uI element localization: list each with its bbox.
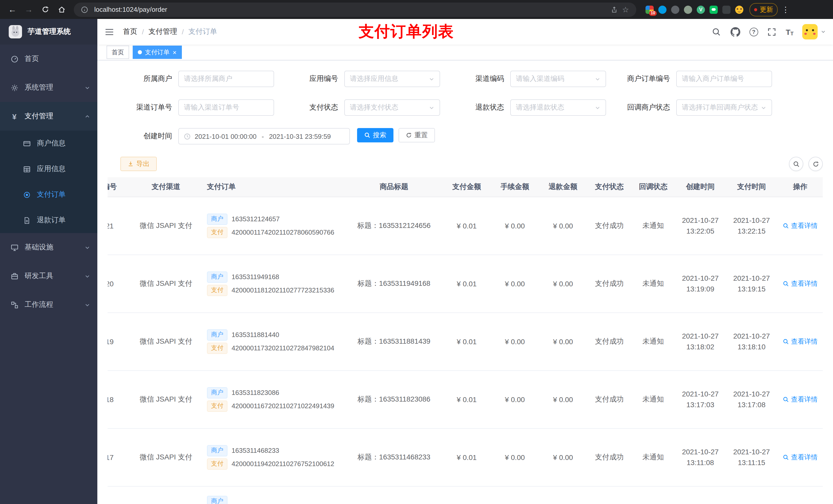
create-time-cell: 2021-10-27 13:18:02 — [675, 312, 726, 370]
extension-icon-vue[interactable] — [697, 5, 705, 14]
url-bar[interactable]: localhost:1024/pay/order ☆ — [74, 2, 636, 17]
pay-amount: ¥ 0.01 — [443, 312, 491, 370]
actions-cell: 查看详情 — [777, 428, 823, 486]
fullscreen-icon[interactable] — [767, 27, 777, 37]
table-row: 19 微信 JSAPI 支付 商户 1635311881440 支付 — [108, 312, 823, 370]
filter-pay-status-select[interactable]: 请选择支付状态 — [344, 99, 440, 116]
order-id: 20 — [108, 255, 130, 312]
filter-refund-status-select[interactable]: 请选择退款状态 — [510, 99, 606, 116]
extension-icon-colorful[interactable]: 10 — [645, 5, 654, 14]
export-button[interactable]: 导出 — [120, 157, 157, 171]
extension-icon-gray[interactable] — [671, 5, 679, 14]
share-icon[interactable] — [609, 4, 620, 15]
column-header: 操作 — [777, 177, 823, 197]
extensions-row: 10 — [645, 5, 743, 14]
extension-icon-chat[interactable] — [710, 5, 718, 14]
forward-icon[interactable]: → — [22, 2, 36, 17]
tab-pay-order[interactable]: 支付订单 × — [133, 46, 182, 59]
channel-pay-no: 4200001174202110278060590766 — [232, 229, 334, 236]
clock-icon — [184, 133, 191, 140]
view-detail-link[interactable]: 查看详情 — [783, 337, 818, 346]
filter-callback-status-select[interactable]: 请选择订单回调商户状态 — [676, 99, 772, 116]
merchant-order-no: 1635311823086 — [232, 389, 279, 397]
help-icon[interactable]: ? — [749, 27, 758, 36]
filter-merchant-order-no-input[interactable]: 请输入商户订单编号 — [676, 71, 772, 87]
home-icon[interactable] — [54, 2, 69, 17]
app-logo[interactable]: 芋道管理系统 — [0, 19, 97, 45]
sidebar-item-dev-tools[interactable]: 研发工具 — [0, 262, 97, 290]
search-icon — [783, 338, 789, 344]
reload-icon[interactable] — [38, 2, 52, 17]
sidebar-item-app-info[interactable]: 应用信息 — [0, 156, 97, 182]
hamburger-icon[interactable] — [105, 28, 114, 35]
pay-channel: 微信 JSAPI 支付 — [130, 428, 202, 486]
search-icon — [783, 222, 789, 229]
tab-home[interactable]: 首页 — [106, 46, 129, 59]
merchant-tag: 商户 — [207, 329, 228, 340]
filter-app-select[interactable]: 请选择应用信息 — [344, 71, 440, 87]
search-icon[interactable] — [711, 27, 721, 37]
channel-pay-no: 4200001173202110272847982104 — [232, 344, 334, 352]
view-detail-link[interactable]: 查看详情 — [783, 221, 818, 230]
view-detail-link[interactable]: 查看详情 — [783, 394, 818, 404]
fee-amount: ¥ 0.00 — [491, 370, 539, 428]
fee-amount: ¥ 0.00 — [491, 312, 539, 370]
filter-channel-order-no-input[interactable]: 请输入渠道订单号 — [178, 99, 274, 116]
search-button[interactable]: 搜索 — [357, 128, 394, 142]
refresh-table-button[interactable] — [808, 157, 823, 171]
filter-channel-code-select[interactable]: 请输入渠道编码 — [510, 71, 606, 87]
breadcrumb-payment[interactable]: 支付管理 — [148, 27, 177, 37]
site-info-icon[interactable] — [79, 4, 90, 15]
sidebar-item-refund-order[interactable]: 退款订单 — [0, 208, 97, 233]
notify-status: 未通知 — [632, 197, 675, 255]
sidebar-item-home[interactable]: 首页 — [0, 45, 97, 73]
sidebar-item-system[interactable]: 系统管理 — [0, 73, 97, 102]
pay-amount: ¥ 0.01 — [443, 428, 491, 486]
browser-menu-icon[interactable]: ⋮ — [780, 5, 791, 14]
sidebar-item-pay-order[interactable]: 支付订单 — [0, 182, 97, 208]
search-icon — [783, 454, 789, 460]
view-detail-link[interactable]: 查看详情 — [783, 453, 818, 462]
pay-amount: ¥ 0.01 — [443, 197, 491, 255]
column-header: 退款金额 — [539, 177, 587, 197]
channel-pay-no: 4200001167202110271022491439 — [232, 402, 334, 410]
table-row: 18 微信 JSAPI 支付 商户 1635311823086 支付 — [108, 370, 823, 428]
actions-cell: 查看详情 — [777, 370, 823, 428]
close-icon[interactable]: × — [173, 49, 176, 55]
view-detail-link[interactable]: 查看详情 — [783, 279, 818, 288]
notify-status: 未通知 — [632, 370, 675, 428]
reset-button[interactable]: 重置 — [399, 128, 435, 142]
table-row: 17 微信 JSAPI 支付 商户 1635311468233 支付 — [108, 428, 823, 486]
refund-amount: ¥ 0.00 — [539, 255, 587, 312]
toggle-search-button[interactable] — [789, 157, 803, 171]
table-toolbar: 导出 — [120, 157, 823, 171]
orders-table: 编号支付渠道支付订单商品标题支付金额手续金额退款金额支付状态回调状态创建时间支付… — [108, 177, 823, 504]
extension-icon-sage[interactable] — [684, 5, 692, 14]
sidebar-item-infra[interactable]: 基础设施 — [0, 233, 97, 262]
sidebar-item-merchant-info[interactable]: 商户信息 — [0, 130, 97, 156]
column-header: 支付订单 — [202, 177, 345, 197]
pay-channel: 微信 JSAPI 支付 — [130, 197, 202, 255]
sidebar-item-payment[interactable]: ¥ 支付管理 — [0, 102, 97, 130]
back-icon[interactable]: ← — [5, 2, 20, 17]
extension-icon-drop[interactable] — [658, 5, 667, 14]
table-body: 21 微信 JSAPI 支付 商户 1635312124657 支付 — [108, 197, 823, 486]
filter-merchant-input[interactable]: 请选择所属商户 — [178, 71, 274, 87]
filter-create-time-range[interactable]: 2021-10-01 00:00:00 - 2021-10-31 23:59:5… — [178, 128, 350, 144]
sidebar-item-workflow[interactable]: 工作流程 — [0, 290, 97, 319]
order-id: 17 — [108, 428, 130, 486]
refund-amount: ¥ 0.00 — [539, 370, 587, 428]
extension-icon-emoji[interactable] — [735, 5, 743, 14]
column-header: 支付状态 — [587, 177, 632, 197]
search-icon — [783, 281, 789, 287]
extension-icon-pin[interactable] — [722, 5, 731, 14]
github-icon[interactable] — [730, 27, 740, 37]
browser-update-button[interactable]: 更新 — [749, 3, 778, 16]
column-header: 回调状态 — [632, 177, 675, 197]
font-size-icon[interactable]: TT — [786, 27, 793, 36]
bookmark-star-icon[interactable]: ☆ — [620, 4, 631, 15]
create-time-cell: 2021-10-27 13:17:03 — [675, 370, 726, 428]
breadcrumb-home[interactable]: 首页 — [123, 27, 137, 37]
user-menu[interactable] — [802, 24, 826, 40]
create-time-cell: 2021-10-27 13:22:05 — [675, 197, 726, 255]
